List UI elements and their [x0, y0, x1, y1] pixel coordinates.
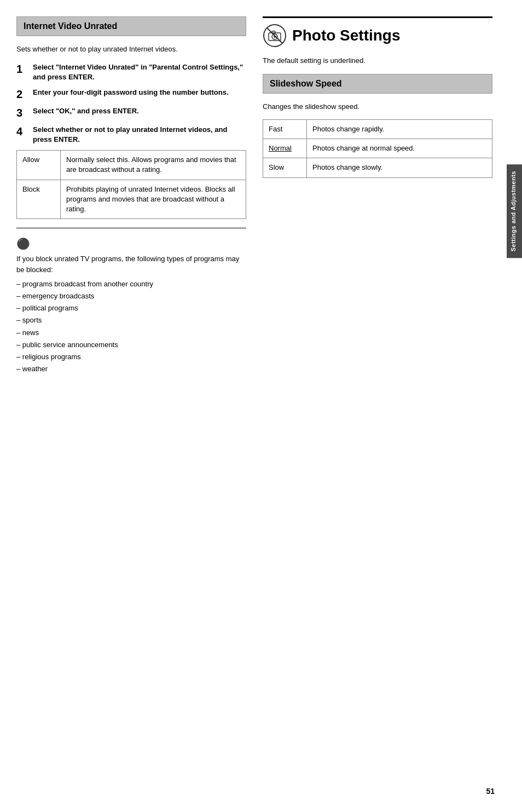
side-tab-label: Settings and Adjustments [510, 171, 517, 251]
list-item: programs broadcast from another country [16, 278, 246, 290]
speed-normal-desc: Photos change at normal speed. [307, 139, 492, 158]
step-4-number: 4 [16, 125, 28, 138]
step-4: 4 Select whether or not to play unrated … [16, 125, 246, 145]
step-3-text: Select "OK," and press ENTER. [33, 106, 139, 116]
step-3-number: 3 [16, 106, 28, 119]
step-1: 1 Select "Internet Video Unrated" in "Pa… [16, 62, 246, 82]
speed-fast: Fast [263, 120, 307, 139]
page: Settings and Adjustments Internet Video … [0, 0, 522, 812]
table-row: Slow Photos change slowly. [263, 158, 492, 177]
svg-point-5 [274, 36, 276, 38]
step-3: 3 Select "OK," and press ENTER. [16, 106, 246, 119]
option-allow-desc: Normally select this. Allows programs an… [61, 151, 246, 180]
left-column: Internet Video Unrated Sets whether or n… [16, 16, 246, 796]
left-section-header: Internet Video Unrated [16, 16, 246, 36]
speed-fast-desc: Photos change rapidly. [307, 120, 492, 139]
note-icon: ⚫ [16, 237, 246, 250]
note-list: programs broadcast from another country … [16, 278, 246, 375]
speed-slow-desc: Photos change slowly. [307, 158, 492, 177]
option-allow: Allow [17, 151, 61, 180]
slideshow-table: Fast Photos change rapidly. Normal Photo… [263, 119, 492, 178]
slideshow-description: Changes the slideshow speed. [263, 101, 492, 112]
step-2-number: 2 [16, 88, 28, 101]
top-border [263, 16, 492, 18]
list-item: religious programs [16, 351, 246, 363]
right-column: Photo Settings The default setting is un… [263, 16, 492, 796]
slideshow-section: Slideshow Speed Changes the slideshow sp… [263, 74, 492, 178]
list-item: emergency broadcasts [16, 290, 246, 302]
note-intro: If you block unrated TV programs, the fo… [16, 254, 246, 275]
table-row: Normal Photos change at normal speed. [263, 139, 492, 158]
list-item: political programs [16, 302, 246, 314]
camera-icon [263, 24, 287, 48]
photo-settings-title-row: Photo Settings [263, 24, 492, 48]
list-item: weather [16, 363, 246, 375]
step-2: 2 Enter your four-digit password using t… [16, 88, 246, 101]
option-block-desc: Prohibits playing of unrated Internet vi… [61, 180, 246, 219]
speed-slow: Slow [263, 158, 307, 177]
left-section-title: Internet Video Unrated [24, 21, 117, 31]
page-number: 51 [486, 787, 495, 796]
step-4-text: Select whether or not to play unrated In… [33, 125, 246, 145]
list-item: public service announcements [16, 339, 246, 351]
step-2-text: Enter your four-digit password using the… [33, 88, 229, 97]
step-1-number: 1 [16, 62, 28, 76]
table-row: Allow Normally select this. Allows progr… [17, 151, 246, 180]
note-section: ⚫ If you block unrated TV programs, the … [16, 237, 246, 375]
speed-normal: Normal [263, 139, 307, 158]
slideshow-title: Slideshow Speed [270, 79, 342, 88]
step-1-text: Select "Internet Video Unrated" in "Pare… [33, 62, 246, 82]
slideshow-header: Slideshow Speed [263, 74, 492, 94]
option-block: Block [17, 180, 61, 219]
divider [16, 228, 246, 228]
svg-rect-4 [272, 31, 275, 33]
right-subtitle: The default setting is underlined. [263, 55, 492, 66]
options-table: Allow Normally select this. Allows progr… [16, 150, 246, 219]
list-item: sports [16, 314, 246, 326]
list-item: news [16, 327, 246, 339]
photo-settings-heading: Photo Settings [292, 27, 401, 44]
table-row: Fast Photos change rapidly. [263, 120, 492, 139]
side-tab: Settings and Adjustments [507, 164, 522, 258]
table-row: Block Prohibits playing of unrated Inter… [17, 180, 246, 219]
left-description: Sets whether or not to play unrated Inte… [16, 44, 246, 55]
